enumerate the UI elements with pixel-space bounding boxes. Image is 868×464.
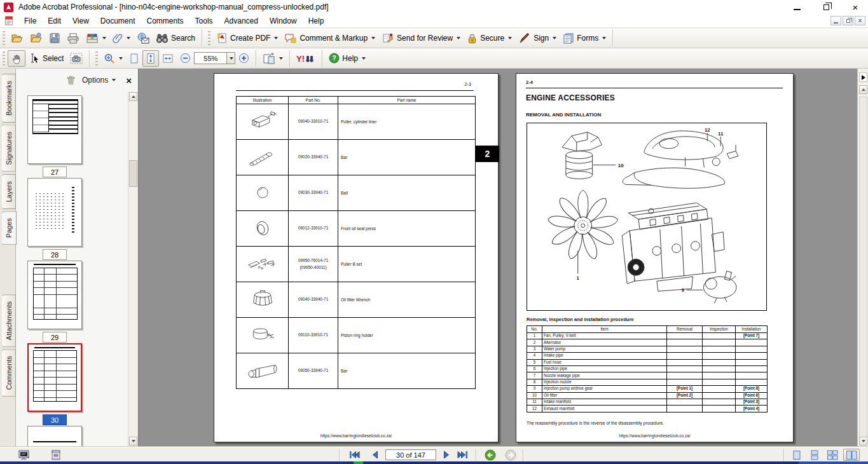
toolbar-grip[interactable]: [3, 51, 5, 65]
comment-markup-button[interactable]: Comment & Markup: [281, 30, 378, 46]
screen-mode-button[interactable]: [18, 449, 31, 461]
fit-width-button[interactable]: [159, 50, 177, 67]
menu-help[interactable]: Help: [303, 15, 330, 27]
panel-scrollbar[interactable]: [128, 92, 138, 446]
create-pdf-label: Create PDF: [230, 34, 270, 43]
hand-tool-button[interactable]: [8, 50, 25, 67]
scroll-up-button[interactable]: [129, 92, 137, 101]
select-tool-button[interactable]: Select: [25, 50, 67, 67]
sidebar-tab-bookmarks[interactable]: Bookmarks: [2, 74, 16, 123]
first-page-button[interactable]: [346, 449, 362, 461]
document-scrollbar[interactable]: [857, 69, 868, 447]
sidebar-tab-signatures[interactable]: Signatures: [2, 125, 16, 172]
menu-advanced[interactable]: Advanced: [219, 15, 264, 27]
menu-tools[interactable]: Tools: [189, 15, 219, 27]
thumbnail-page-number[interactable]: 27: [43, 167, 67, 177]
select-label: Select: [43, 54, 64, 63]
previous-page-button[interactable]: [368, 449, 383, 461]
menu-edit[interactable]: Edit: [42, 15, 67, 27]
thumbnail-page-number[interactable]: 30: [43, 414, 67, 425]
restore-button[interactable]: [817, 1, 835, 13]
next-view-button[interactable]: [502, 449, 519, 461]
delete-pages-icon[interactable]: [66, 75, 76, 85]
open-button[interactable]: [8, 30, 27, 46]
snapshot-button[interactable]: [67, 50, 86, 67]
scroll-down-button[interactable]: [129, 437, 137, 446]
close-button[interactable]: ×: [846, 1, 864, 13]
thumbnail-page-number[interactable]: 28: [43, 249, 67, 260]
sidebar-tab-comments[interactable]: Comments: [2, 349, 16, 397]
scroll-up-button[interactable]: [859, 85, 867, 94]
page-thumbnail-27[interactable]: [27, 95, 82, 164]
document-area[interactable]: 2-3 IllustrationPart No.Part name 09040-…: [139, 69, 857, 447]
sidebar-tab-attachments[interactable]: Attachments: [2, 294, 16, 347]
menu-document[interactable]: Document: [95, 15, 141, 27]
open-web-button[interactable]: [27, 30, 46, 46]
page-layout-button[interactable]: [259, 50, 286, 67]
search-button[interactable]: Search: [153, 30, 198, 46]
organizer-button[interactable]: [83, 30, 109, 46]
menu-file[interactable]: File: [18, 15, 42, 27]
page-indicator-field[interactable]: 30 of 147: [385, 449, 436, 460]
attach-button[interactable]: [109, 30, 134, 46]
facing-layout-button[interactable]: [843, 449, 860, 461]
toolbar-grip[interactable]: [208, 31, 210, 45]
zoom-level-field[interactable]: 55%: [194, 52, 227, 64]
create-pdf-button[interactable]: Create PDF: [213, 30, 281, 46]
scrollbar-thumb[interactable]: [129, 160, 137, 187]
single-page-layout-button[interactable]: [789, 449, 805, 461]
procedure-column-header: Removal: [667, 326, 703, 333]
menu-comments[interactable]: Comments: [141, 15, 189, 27]
secure-button[interactable]: Secure: [464, 30, 515, 46]
send-for-review-button[interactable]: Send for Review: [378, 30, 464, 46]
menu-window[interactable]: Window: [264, 15, 303, 27]
page-size-button[interactable]: [51, 449, 61, 461]
minimize-button[interactable]: [788, 1, 806, 13]
doc-close-button[interactable]: ×: [855, 16, 865, 25]
next-page-button[interactable]: [439, 449, 454, 461]
sidebar-tab-layers[interactable]: Layers: [2, 174, 16, 209]
continuous-facing-layout-button[interactable]: [824, 449, 841, 461]
dropdown-caret-icon: [112, 79, 116, 81]
yahoo-search-button[interactable]: Y!: [293, 50, 319, 67]
send-for-review-icon: [382, 32, 394, 44]
last-page-button[interactable]: [454, 449, 471, 461]
continuous-layout-button[interactable]: [806, 449, 823, 461]
next-view-icon: [505, 449, 516, 461]
scroll-down-button[interactable]: [859, 437, 867, 446]
zoom-tool-button[interactable]: [100, 50, 126, 67]
forms-button[interactable]: Forms: [560, 30, 609, 46]
expand-pane-button[interactable]: [859, 72, 867, 82]
page-thumbnail-29[interactable]: [27, 261, 82, 329]
previous-view-button[interactable]: [482, 449, 499, 461]
page-thumbnail-30[interactable]: [27, 343, 82, 412]
thumbnail-page-number[interactable]: 29: [43, 332, 67, 343]
navigation-tab-strip: BookmarksSignaturesLayersPagesAttachment…: [0, 69, 16, 447]
print-button[interactable]: [64, 30, 83, 46]
doc-restore-button[interactable]: [843, 16, 853, 25]
sidebar-tab-pages[interactable]: Pages: [2, 211, 17, 245]
zoom-out-button[interactable]: [177, 50, 194, 67]
help-label: Help: [342, 54, 358, 63]
save-button[interactable]: [46, 30, 64, 46]
fit-page-button[interactable]: [126, 50, 142, 67]
menu-view[interactable]: View: [67, 15, 95, 27]
fit-height-button[interactable]: [142, 50, 159, 67]
zoom-level-dropdown[interactable]: [227, 52, 235, 64]
toolbar-separator: [89, 50, 90, 67]
procedure-item-cell: Injection pump w/drive gear: [542, 386, 667, 392]
doc-minimize-button[interactable]: [830, 16, 841, 25]
pdf-page-2-4[interactable]: 2-4 ENGINE ACCESSORIES REMOVAL AND INSTA…: [516, 73, 794, 442]
sign-button[interactable]: Sign: [515, 30, 560, 46]
help-button[interactable]: ?Help: [326, 50, 369, 67]
zoom-in-button[interactable]: [235, 50, 252, 67]
page-thumbnail-28[interactable]: [27, 178, 82, 247]
toolbar-grip[interactable]: [3, 31, 5, 45]
email-button[interactable]: [134, 30, 153, 46]
options-menu-button[interactable]: Options: [82, 76, 116, 85]
panel-close-button[interactable]: ×: [126, 75, 132, 86]
zoom-level-value: 55%: [203, 55, 217, 62]
pdf-page-2-3[interactable]: 2-3 IllustrationPart No.Part name 09040-…: [214, 73, 499, 442]
scrollbar-thumb[interactable]: [859, 97, 867, 440]
toolbar-grip[interactable]: [95, 51, 98, 65]
